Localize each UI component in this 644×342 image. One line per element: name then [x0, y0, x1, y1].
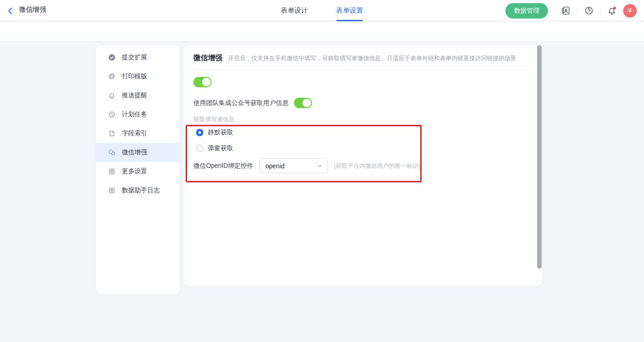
center-tabs: 表单设计 表单设置: [281, 0, 363, 21]
back-button[interactable]: [6, 7, 14, 15]
data-manage-button[interactable]: 数据管理: [505, 3, 548, 19]
sidebar-item-label: 计划任务: [122, 110, 147, 119]
radio-silent-fetch[interactable]: 静默获取: [196, 128, 233, 137]
top-bar: 微信增强 表单设计 表单设置 数据管理: [0, 0, 644, 21]
top-bar-left: 微信增强: [6, 0, 46, 21]
clock-icon: [108, 111, 115, 118]
sidebar-item-label: 更多设置: [122, 167, 147, 176]
sidebar-item-label: 字段索引: [122, 129, 147, 138]
sidebar-item-label: 微信增强: [122, 148, 147, 157]
panel-title: 微信增强: [193, 53, 222, 63]
sidebar-item-print-template[interactable]: 打印模版: [96, 67, 180, 86]
sidebar-item-data-assistant-log[interactable]: 数据助手日志: [96, 181, 180, 200]
sidebar-item-more-settings[interactable]: 更多设置: [96, 162, 180, 181]
tab-form-settings-label: 表单设置: [336, 6, 363, 15]
divider: [577, 7, 577, 14]
top-bar-right: 数据管理: [505, 0, 637, 21]
help-icon[interactable]: [583, 5, 594, 16]
official-account-label: 使用团队集成公众号获取用户信息: [193, 99, 288, 107]
openid-binding-row: 微信OpenID绑定控件 openid (获取平台内微信用户的唯一标识): [193, 158, 420, 173]
chevron-down-icon: [317, 163, 322, 169]
avatar[interactable]: 羊: [623, 4, 637, 18]
panel-description: 开启后，仅支持在手机微信中填写，可获取填写者微信信息。只适应于表单外链和表单内链…: [228, 54, 516, 62]
openid-hint: (获取平台内微信用户的唯一标识): [334, 162, 420, 170]
sidebar-item-submit-extension[interactable]: 提交扩展: [96, 48, 180, 67]
sidebar-item-field-index[interactable]: 字段索引: [96, 124, 180, 143]
form-title[interactable]: 微信增强: [19, 5, 46, 16]
sidebar-item-label: 数据助手日志: [122, 186, 160, 195]
divider: [554, 7, 554, 14]
wechat-icon: [108, 149, 115, 156]
sidebar-item-push-reminder[interactable]: 推送提醒: [96, 86, 180, 105]
printer-icon: [108, 73, 115, 80]
select-value: openid: [265, 162, 284, 170]
active-tab-underline: [336, 20, 363, 21]
sidebar-item-wechat-enhance[interactable]: 微信增强: [96, 143, 180, 162]
official-account-toggle[interactable]: [294, 98, 312, 108]
vertical-scrollbar[interactable]: [537, 45, 542, 269]
radio-selected-icon[interactable]: [196, 129, 203, 136]
openid-binding-label: 微信OpenID绑定控件: [193, 162, 253, 170]
wechat-enhance-toggle[interactable]: [193, 77, 211, 87]
sidebar-item-label: 推送提醒: [122, 91, 147, 100]
tab-form-settings[interactable]: 表单设置: [336, 0, 363, 21]
wechat-enhance-panel: 微信增强 开启后，仅支持在手机微信中填写，可获取填写者微信信息。只适应于表单外链…: [183, 45, 542, 286]
official-account-row: 使用团队集成公众号获取用户信息: [193, 98, 312, 108]
divider: [600, 7, 601, 14]
contacts-icon[interactable]: [560, 5, 571, 16]
fetch-info-label: 获取填写者信息: [193, 115, 235, 124]
radio-label: 弹窗获取: [208, 144, 233, 152]
radio-popup-fetch[interactable]: 弹窗获取: [196, 144, 233, 152]
tab-form-design[interactable]: 表单设计: [281, 0, 308, 21]
list-icon: [108, 187, 115, 194]
check-circle-icon: [108, 54, 115, 61]
panel-header: 微信增强 开启后，仅支持在手机微信中填写，可获取填写者微信信息。只适应于表单外链…: [193, 53, 516, 63]
radio-unselected-icon[interactable]: [196, 145, 203, 152]
sidebar-item-scheduled-task[interactable]: 计划任务: [96, 105, 180, 124]
list-icon: [108, 168, 115, 175]
app-window: 微信增强 表单设计 表单设置 数据管理: [0, 0, 644, 342]
settings-sidebar: 提交扩展 打印模版 推送提醒 计划任务 字段索引: [96, 45, 180, 294]
sidebar-item-label: 提交扩展: [122, 53, 147, 62]
radio-label: 静默获取: [208, 128, 233, 137]
document-icon: [108, 130, 115, 137]
back-chevron-icon: [6, 7, 14, 15]
openid-field-select[interactable]: openid: [260, 158, 327, 173]
tab-form-design-label: 表单设计: [281, 6, 308, 15]
toolbar-strip: [0, 22, 644, 41]
notification-icon[interactable]: [606, 5, 617, 16]
sidebar-item-label: 打印模版: [122, 72, 147, 81]
divider: [193, 69, 529, 70]
bell-icon: [108, 92, 115, 99]
notification-badge: [613, 7, 616, 10]
